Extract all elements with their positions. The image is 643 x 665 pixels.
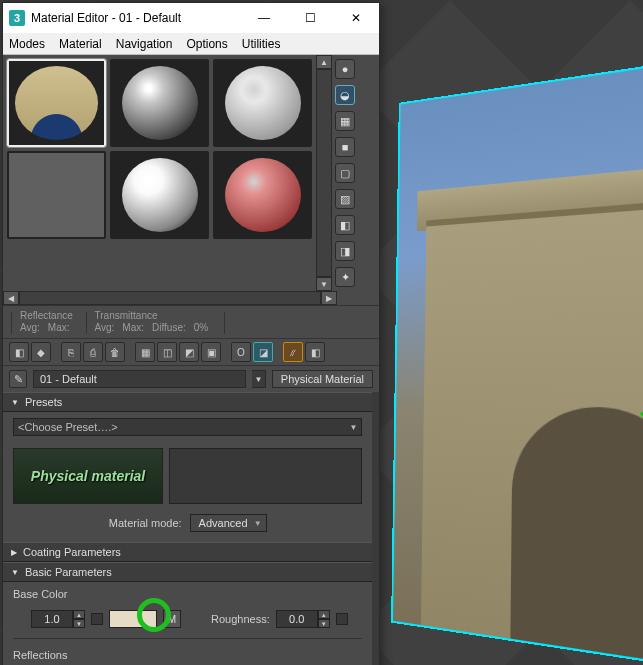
titlebar[interactable]: 3 Material Editor - 01 - Default — ☐ ✕ [3, 3, 379, 33]
tool-show-end-result-icon[interactable]: ◪ [253, 342, 273, 362]
tool-go-sibling-icon[interactable]: ◧ [305, 342, 325, 362]
side-video-check-icon[interactable]: ▢ [335, 163, 355, 183]
tool-reset-icon[interactable]: ⎙ [83, 342, 103, 362]
side-mtl-map-nav-icon[interactable]: ✦ [335, 267, 355, 287]
sample-hscroll[interactable]: ◀▶ [3, 291, 379, 305]
sample-slots [3, 55, 316, 291]
tool-zero-icon[interactable]: O [231, 342, 251, 362]
reflections-label: Reflections [13, 649, 362, 661]
app-icon: 3 [9, 10, 25, 26]
presets-rollout-header[interactable]: ▼ Presets [3, 392, 372, 412]
menu-options[interactable]: Options [186, 37, 227, 51]
tool-delete-icon[interactable]: 🗑 [105, 342, 125, 362]
sample-slot-3[interactable] [213, 59, 312, 147]
tool-assign-icon[interactable]: ⎘ [61, 342, 81, 362]
sample-slot-2[interactable] [110, 59, 209, 147]
side-preview-icon[interactable]: ▨ [335, 189, 355, 209]
material-editor-window: 3 Material Editor - 01 - Default — ☐ ✕ M… [2, 2, 380, 665]
side-backlight-icon[interactable]: ◒ [335, 85, 355, 105]
tool-make-unique-icon[interactable]: ▦ [135, 342, 155, 362]
side-options-icon[interactable]: ◧ [335, 215, 355, 235]
side-sample-type-icon[interactable]: ● [335, 59, 355, 79]
tool-material-id-icon[interactable]: ◩ [179, 342, 199, 362]
side-select-by-mat-icon[interactable]: ◨ [335, 241, 355, 261]
toolbar: ◧ ◆ ⎘ ⎙ 🗑 ▦ ◫ ◩ ▣ O ◪ ⫽ ◧ [3, 338, 379, 366]
sample-vscroll[interactable]: ▲▼ [316, 55, 332, 291]
caret-down-icon: ▼ [11, 568, 19, 577]
side-background-icon[interactable]: ▦ [335, 111, 355, 131]
material-name-bar: ✎ ▼ Physical Material [3, 366, 379, 392]
material-name-input[interactable] [33, 370, 246, 388]
caret-right-icon: ▶ [11, 548, 17, 557]
preset-logo: Physical material [13, 448, 163, 504]
base-roughness-spinner[interactable]: ▲▼ [276, 610, 330, 628]
side-uv-tiling-icon[interactable]: ■ [335, 137, 355, 157]
menubar: Modes Material Navigation Options Utilit… [3, 33, 379, 55]
coating-rollout-header[interactable]: ▶ Coating Parameters [3, 542, 372, 562]
sample-slot-4[interactable] [7, 151, 106, 239]
close-button[interactable]: ✕ [333, 3, 379, 33]
base-color-map-button[interactable]: M [163, 610, 181, 628]
sample-slot-6[interactable] [213, 151, 312, 239]
material-name-dropdown[interactable]: ▼ [252, 370, 266, 388]
diffuse-value: 0% [194, 322, 208, 333]
maximize-button[interactable]: ☐ [287, 3, 333, 33]
pick-material-icon[interactable]: ✎ [9, 370, 27, 388]
tool-put-to-scene-icon[interactable]: ◆ [31, 342, 51, 362]
base-roughness-label: Roughness: [211, 613, 270, 625]
window-title: Material Editor - 01 - Default [31, 11, 241, 25]
caret-down-icon: ▼ [11, 398, 19, 407]
preset-preview [169, 448, 362, 504]
tool-get-material-icon[interactable]: ◧ [9, 342, 29, 362]
base-weight-spinner[interactable]: ▲▼ [31, 610, 85, 628]
sample-slot-5[interactable] [110, 151, 209, 239]
minimize-button[interactable]: — [241, 3, 287, 33]
tool-put-library-icon[interactable]: ◫ [157, 342, 177, 362]
preset-dropdown[interactable]: <Choose Preset….>▼ [13, 418, 362, 436]
material-mode-dropdown[interactable]: Advanced [190, 514, 267, 532]
textured-plane[interactable] [391, 55, 643, 665]
info-bar: Reflectance Avg:Max: Transmittance Avg:M… [3, 305, 379, 338]
material-mode-label: Material mode: [109, 517, 182, 529]
menu-modes[interactable]: Modes [9, 37, 45, 51]
diffuse-label: Diffuse: [152, 322, 186, 333]
sample-slot-1[interactable] [7, 59, 106, 147]
base-roughness-map-checkbox[interactable] [336, 613, 348, 625]
basic-rollout-header[interactable]: ▼ Basic Parameters [3, 562, 372, 582]
material-type-button[interactable]: Physical Material [272, 370, 373, 388]
base-color-enable-checkbox[interactable] [91, 613, 103, 625]
rollout-vscroll[interactable] [372, 392, 379, 665]
reflectance-label: Reflectance [20, 310, 78, 322]
base-color-swatch[interactable] [109, 610, 157, 628]
tool-go-parent-icon[interactable]: ⫽ [283, 342, 303, 362]
menu-utilities[interactable]: Utilities [242, 37, 281, 51]
side-toolbar: ● ◒ ▦ ■ ▢ ▨ ◧ ◨ ✦ [332, 55, 358, 291]
transmittance-label: Transmittance [95, 310, 217, 322]
tool-show-map-icon[interactable]: ▣ [201, 342, 221, 362]
menu-material[interactable]: Material [59, 37, 102, 51]
menu-navigation[interactable]: Navigation [116, 37, 173, 51]
base-color-label: Base Color [13, 588, 362, 600]
